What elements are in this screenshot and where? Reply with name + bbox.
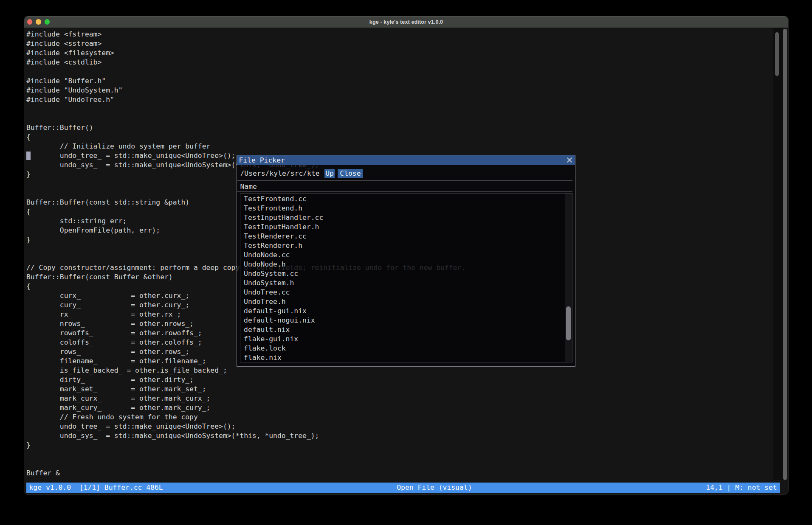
- file-item[interactable]: UndoTree.cc: [240, 288, 572, 297]
- code-line: mark_set_ = other.mark_set_;: [26, 385, 780, 394]
- window-title: kge - kyle's text editor v1.0.0: [24, 19, 788, 25]
- file-item[interactable]: TestRenderer.h: [240, 241, 572, 250]
- code-line: #include "Buffer.h": [26, 76, 780, 86]
- code-line: mark_curx_ = other.mark_curx_;: [26, 394, 780, 403]
- window-scrollbar[interactable]: [783, 29, 787, 480]
- file-item[interactable]: default.nix: [240, 325, 572, 334]
- file-picker-title: File Picker: [239, 156, 285, 165]
- code-line: [26, 67, 780, 76]
- file-item[interactable]: UndoNode.cc: [240, 250, 572, 260]
- file-item[interactable]: UndoNode.h: [240, 260, 572, 269]
- code-line: #include <filesystem>: [26, 48, 780, 58]
- code-line: #include "UndoTree.h": [26, 95, 780, 104]
- file-item[interactable]: TestRenderer.cc: [240, 232, 572, 241]
- traffic-lights: [27, 16, 50, 28]
- file-item[interactable]: TestInputHandler.h: [240, 222, 572, 232]
- file-item[interactable]: TestInputHandler.cc: [240, 213, 572, 222]
- code-line: dirty_ = other.dirty_;: [26, 375, 780, 385]
- file-item[interactable]: flake.lock: [240, 344, 572, 353]
- zoom-window-button[interactable]: [45, 19, 50, 24]
- code-line: undo_sys_ = std::make_unique<UndoSystem>…: [26, 431, 780, 441]
- status-mode-message: Open File (visual): [163, 483, 706, 493]
- file-rows: TestFrontend.ccTestFrontend.hTestInputHa…: [240, 194, 572, 362]
- code-line: #include <fstream>: [26, 30, 780, 39]
- status-cursor-mark: 14,1 | M: not set: [706, 483, 777, 493]
- status-bar: kge v1.0.0 [1/1] Buffer.cc 486L Open Fil…: [26, 483, 780, 493]
- path-row: /Users/kyle/src/kte Up Close: [237, 165, 575, 180]
- file-list: TestFrontend.ccTestFrontend.hTestInputHa…: [240, 193, 572, 362]
- file-item[interactable]: TestFrontend.h: [240, 204, 572, 213]
- file-item[interactable]: TestFrontend.cc: [240, 194, 572, 204]
- code-line: Buffer &: [26, 469, 780, 478]
- code-line: {: [26, 132, 780, 142]
- column-header: Name: [237, 180, 575, 191]
- file-item[interactable]: default-nogui.nix: [240, 316, 572, 325]
- editor-scrollbar-track[interactable]: [773, 28, 783, 480]
- code-line: #include "UndoSystem.h": [26, 86, 780, 95]
- code-line: is_file_backed_ = other.is_file_backed_;: [26, 366, 780, 375]
- code-line: // Fresh undo system for the copy: [26, 413, 780, 422]
- file-item[interactable]: UndoTree.h: [240, 297, 572, 306]
- dialog-close-icon[interactable]: [567, 157, 572, 163]
- list-scrollbar-thumb[interactable]: [566, 306, 571, 340]
- file-picker-dialog: File Picker /Users/kyle/src/kte Up Close…: [237, 155, 576, 367]
- window-titlebar[interactable]: kge - kyle's text editor v1.0.0: [24, 16, 788, 28]
- up-button[interactable]: Up: [324, 169, 335, 178]
- editor-scrollbar-thumb[interactable]: [775, 32, 779, 76]
- current-path: /Users/kyle/src/kte: [240, 169, 320, 178]
- file-item[interactable]: flake-gui.nix: [240, 334, 572, 344]
- code-line: mark_cury_ = other.mark_cury_;: [26, 403, 780, 413]
- code-line: [26, 104, 780, 114]
- minimize-window-button[interactable]: [36, 19, 41, 24]
- file-item[interactable]: UndoSystem.cc: [240, 269, 572, 278]
- code-line: Buffer::Buffer(): [26, 123, 780, 132]
- file-item[interactable]: default-gui.nix: [240, 306, 572, 316]
- separator: [237, 191, 572, 192]
- code-line: // Initialize undo system per buffer: [26, 142, 780, 151]
- code-line: undo_tree_ = std::make_unique<UndoTree>(…: [26, 422, 780, 431]
- code-line: [26, 114, 780, 123]
- code-line: #include <sstream>: [26, 39, 780, 48]
- code-line: }: [26, 441, 780, 450]
- file-item[interactable]: UndoSystem.h: [240, 278, 572, 288]
- close-button[interactable]: Close: [338, 169, 363, 178]
- code-line: [26, 459, 780, 469]
- code-line: [26, 450, 780, 459]
- file-picker-titlebar[interactable]: File Picker: [237, 155, 575, 165]
- file-item[interactable]: flake.nix: [240, 353, 572, 362]
- close-window-button[interactable]: [27, 19, 32, 24]
- status-version-file: kge v1.0.0 [1/1] Buffer.cc 486L: [29, 483, 163, 493]
- code-line: #include <cstdlib>: [26, 58, 780, 67]
- text-cursor: [26, 152, 31, 160]
